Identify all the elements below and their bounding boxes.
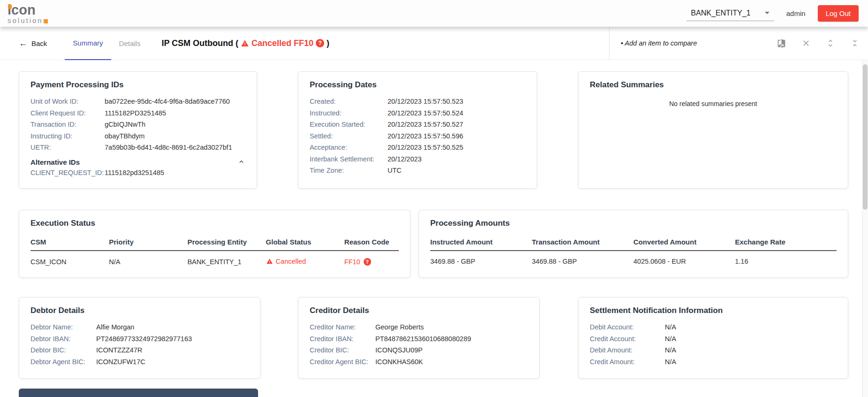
help-circle-icon[interactable] [364, 258, 371, 266]
field-value: PT84878621536010688080289 [375, 333, 471, 345]
header-right-controls: BANK_ENTITY_1 admin Log Out [686, 5, 868, 22]
card-title: Processing Amounts [430, 219, 837, 228]
processing-dates-card: Processing Dates Created:20/12/2023 15:5… [298, 71, 537, 189]
help-circle-icon[interactable] [316, 39, 324, 47]
left-arrow-icon: ← [19, 38, 27, 48]
execution-status-table: CSM Priority Processing Entity Global St… [30, 234, 399, 266]
field-row: Instructed:20/12/2023 15:57:50.524 [310, 107, 525, 119]
field-label: Debit Account: [590, 321, 665, 333]
field-value: 1115182PD3251485 [105, 107, 166, 119]
field-value: 7a59b03b-6d41-4d8c-8691-6c2ad3027bf1 [105, 142, 232, 153]
field-label: Created: [310, 96, 388, 107]
exchange-rate-cell: 1.16 [735, 251, 837, 265]
vertical-scrollbar-track[interactable] [862, 27, 868, 397]
field-label: Debtor Agent BIC: [30, 356, 96, 368]
chevron-down-icon [765, 12, 769, 14]
creditor-details-card: Creditor Details Creditor Name:George Ro… [298, 297, 540, 379]
empty-state-message: No related summaries present [590, 100, 837, 107]
field-row: Creditor IBAN:PT84878621536010688080289 [310, 333, 528, 345]
bank-entity-select-value: BANK_ENTITY_1 [691, 9, 751, 17]
field-value: obayTBhdym [105, 130, 145, 142]
field-row: Debit Account:N/A [590, 321, 837, 333]
compare-toolbar-icons [777, 38, 868, 48]
compare-panel: • Add an item to compare [609, 27, 868, 60]
field-row: Created:20/12/2023 15:57:50.523 [310, 96, 525, 107]
field-value: ICONKHAS60K [375, 356, 423, 368]
tab-details[interactable]: Details [111, 27, 149, 60]
card-title: Execution Status [30, 219, 399, 228]
field-value: PT24869773324972982977163 [96, 333, 192, 345]
converted-amount-cell: 4025.0608 - EUR [633, 251, 735, 265]
field-label: Debit Amount: [590, 344, 665, 356]
field-label: Transaction ID: [30, 119, 105, 130]
field-value: N/A [665, 344, 676, 356]
vertical-scrollbar-thumb[interactable] [863, 64, 868, 210]
field-value: 20/12/2023 15:57:50.596 [388, 130, 463, 142]
execution-status-card: Execution Status CSM Priority Processing… [19, 210, 411, 278]
field-label: Creditor IBAN: [310, 333, 375, 345]
page-title-status: Cancelled FF10 [251, 38, 313, 48]
unfold-more-icon[interactable] [826, 38, 835, 48]
instructed-amount-cell: 3469.88 - GBP [430, 251, 532, 265]
warning-triangle-icon [266, 258, 273, 265]
field-label: Debtor BIC: [30, 344, 96, 356]
page-title-suffix: ) [327, 38, 329, 48]
settlement-notification-card: Settlement Notification Information Debi… [578, 297, 848, 379]
field-value: gCbIQJNwTh [105, 119, 145, 130]
card-title: Debtor Details [30, 306, 249, 315]
card-title: Processing Dates [310, 80, 525, 90]
field-value: 20/12/2023 [388, 153, 422, 165]
icon-solutions-logo: icon solutions [8, 3, 48, 24]
field-value: ICONZUFW17C [96, 356, 145, 368]
field-row: Client Request ID:1115182PD3251485 [30, 107, 245, 119]
back-button[interactable]: ← Back [19, 38, 47, 48]
table-row: CSM_ICON N/A BANK_ENTITY_1 Cancelled FF1… [30, 251, 399, 266]
column-header: Priority [109, 234, 187, 251]
logo-orange-notch-icon [44, 19, 48, 23]
card-title: Settlement Notification Information [590, 306, 837, 315]
logo-sub-text: solutions [8, 17, 48, 24]
logout-button[interactable]: Log Out [818, 5, 859, 22]
field-value: N/A [665, 333, 676, 345]
field-label: Execution Started: [310, 119, 388, 130]
field-row: Creditor BIC:ICONQSJU09P [310, 344, 528, 356]
field-row: Settled:20/12/2023 15:57:50.596 [310, 130, 525, 142]
field-label: Creditor Name: [310, 321, 375, 333]
field-label: UETR: [30, 142, 105, 153]
transaction-amount-cell: 3469.88 - GBP [532, 251, 634, 265]
chevron-up-icon[interactable] [237, 158, 245, 167]
field-label: Unit of Work ID: [30, 96, 105, 107]
field-label: Client Request ID: [30, 107, 105, 119]
unfold-less-icon[interactable] [850, 38, 860, 48]
processing-amounts-card: Processing Amounts Instructed Amount Tra… [419, 210, 848, 278]
field-label: Creditor Agent BIC: [310, 356, 375, 368]
column-header: Processing Entity [187, 234, 266, 251]
field-row: Debtor Name:Alfie Morgan [30, 321, 249, 333]
field-label: Time Zone: [310, 165, 388, 176]
field-value: 20/12/2023 15:57:50.524 [388, 107, 463, 119]
field-value: 20/12/2023 15:57:50.525 [388, 142, 463, 153]
alternative-ids-section-header: Alternative IDs [30, 158, 245, 167]
field-label: Settled: [310, 130, 388, 142]
close-icon[interactable] [801, 38, 811, 48]
card-title: Creditor Details [310, 306, 528, 315]
field-row: UETR:7a59b03b-6d41-4d8c-8691-6c2ad3027bf… [30, 142, 245, 153]
field-row: Debtor BIC:ICONTZZZ47R [30, 344, 249, 356]
field-value: ICONQSJU09P [375, 344, 423, 356]
field-row: Time Zone:UTC [310, 165, 525, 176]
field-value: George Roberts [375, 321, 424, 333]
table-row: 3469.88 - GBP 3469.88 - GBP 4025.0608 - … [430, 251, 837, 265]
compare-pages-icon[interactable] [777, 38, 786, 48]
page-title: IP CSM Outbound ( Cancelled FF10 ) [161, 38, 329, 48]
field-row: Debit Amount:N/A [590, 344, 837, 356]
column-header: Converted Amount [633, 234, 735, 251]
field-label: Creditor BIC: [310, 344, 375, 356]
tab-summary[interactable]: Summary [65, 27, 111, 60]
bank-entity-select[interactable]: BANK_ENTITY_1 [686, 6, 774, 21]
field-row: Debtor IBAN:PT24869773324972982977163 [30, 333, 249, 345]
status-badge: Cancelled [276, 258, 306, 265]
field-label: CLIENT_REQUEST_ID: [30, 167, 105, 179]
field-row: Credit Account:N/A [590, 333, 837, 345]
partial-next-card-header[interactable] [19, 389, 258, 397]
processing-amounts-table: Instructed Amount Transaction Amount Con… [430, 234, 837, 265]
